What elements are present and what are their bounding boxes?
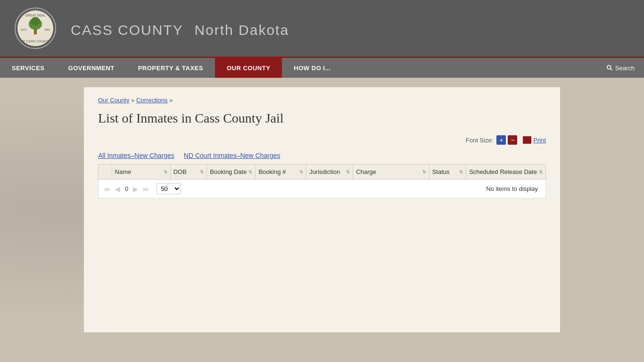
content-panel: Our County » Corrections » List of Inmat… — [84, 87, 560, 332]
page-wrapper: Our County » Corrections » List of Inmat… — [0, 78, 644, 342]
nav-property-taxes[interactable]: PROPERTY & TAXES — [126, 58, 215, 78]
inmates-table: Name ⇅ DOB ⇅ Booking Dat — [98, 164, 546, 180]
col-booking-date: Booking Date ⇅ — [207, 165, 256, 180]
site-name: CASS COUNTY North Dakota — [66, 17, 289, 40]
jurisdiction-sort-icon[interactable]: ⇅ — [346, 169, 350, 174]
page-size-select[interactable]: 50 100 200 — [157, 183, 181, 194]
booking-num-sort-icon[interactable]: ⇅ — [299, 169, 303, 174]
last-page-button[interactable]: ⏭ — [140, 184, 152, 194]
release-date-sort-icon[interactable]: ⇅ — [539, 169, 543, 174]
breadcrumb-corrections[interactable]: Corrections — [136, 97, 167, 104]
prev-page-button[interactable]: ◀ — [113, 184, 123, 194]
tab-all-inmates[interactable]: All Inmates–New Charges — [98, 152, 174, 159]
svg-text:GREAT SEAL: GREAT SEAL — [25, 14, 45, 17]
breadcrumb: Our County » Corrections » — [98, 97, 546, 104]
status-sort-icon[interactable]: ⇅ — [459, 169, 463, 174]
tab-nd-court-inmates[interactable]: ND Court Inmates–New Charges — [184, 152, 281, 159]
svg-point-9 — [607, 66, 611, 69]
col-status: Status ⇅ — [429, 165, 466, 180]
dob-sort-icon[interactable]: ⇅ — [200, 169, 204, 174]
svg-text:1873: 1873 — [20, 28, 27, 31]
table-header-row: Name ⇅ DOB ⇅ Booking Dat — [99, 165, 546, 180]
col-dob: DOB ⇅ — [170, 165, 207, 180]
name-sort-icon[interactable]: ⇅ — [164, 169, 167, 174]
search-nav[interactable]: Search — [597, 58, 644, 78]
svg-line-10 — [611, 69, 612, 71]
search-label: Search — [615, 65, 635, 72]
site-header: GREAT SEAL OF CASS COUNTY 1873 1881 CASS… — [0, 0, 644, 57]
page-title: List of Inmates in Cass County Jail — [98, 111, 546, 126]
nav-our-county[interactable]: OUR COUNTY — [215, 58, 282, 78]
state-name-text: North Dakota — [194, 22, 289, 38]
svg-point-6 — [31, 17, 40, 25]
col-jurisdiction: Jurisdiction ⇅ — [306, 165, 353, 180]
first-page-button[interactable]: ⏮ — [101, 184, 113, 194]
nav-government[interactable]: GOVERNMENT — [57, 58, 126, 78]
tab-links: All Inmates–New Charges ND Court Inmates… — [98, 152, 546, 159]
site-logo: GREAT SEAL OF CASS COUNTY 1873 1881 — [14, 7, 57, 49]
print-label: Print — [533, 137, 546, 144]
county-name-text: CASS COUNTY — [71, 22, 183, 38]
col-charge: Charge ⇅ — [353, 165, 429, 180]
col-booking-num: Booking # ⇅ — [256, 165, 306, 180]
font-decrease-button[interactable]: − — [508, 135, 517, 145]
col-release-date: Scheduled Release Date ⇅ — [466, 165, 546, 180]
search-icon — [606, 65, 613, 71]
site-title-group: CASS COUNTY North Dakota — [66, 17, 289, 40]
nav-services[interactable]: SERVICES — [0, 58, 57, 78]
page-size-select-wrap: 50 100 200 — [157, 183, 181, 194]
font-size-label: Font Size: — [466, 137, 494, 144]
pagination-row: ⏮ ◀ 0 ▶ ⏭ 50 100 200 No items to display — [98, 180, 546, 198]
charge-sort-icon[interactable]: ⇅ — [422, 169, 426, 174]
main-nav: SERVICES GOVERNMENT PROPERTY & TAXES OUR… — [0, 57, 644, 78]
print-button[interactable]: Print — [523, 136, 546, 144]
next-page-button[interactable]: ▶ — [131, 184, 140, 194]
svg-text:1881: 1881 — [44, 28, 50, 31]
breadcrumb-our-county[interactable]: Our County — [98, 97, 129, 104]
font-increase-button[interactable]: + — [496, 135, 506, 145]
no-items-message: No items to display — [181, 185, 543, 192]
booking-date-sort-icon[interactable]: ⇅ — [248, 169, 252, 174]
printer-icon — [523, 136, 531, 144]
svg-text:OF CASS COUNTY: OF CASS COUNTY — [21, 40, 50, 43]
col-rownum — [99, 165, 112, 180]
font-size-row: Font Size: + − Print — [98, 135, 546, 145]
col-name: Name ⇅ — [112, 165, 170, 180]
current-page: 0 — [125, 185, 128, 192]
nav-how-do-i[interactable]: HOW DO I... — [282, 58, 342, 78]
